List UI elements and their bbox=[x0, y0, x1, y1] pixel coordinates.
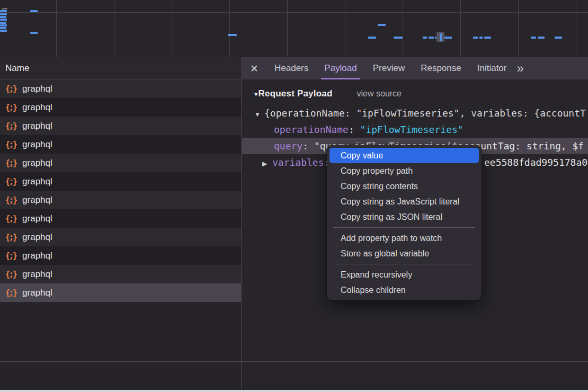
view-source-link[interactable]: view source bbox=[357, 89, 402, 99]
overview-gridline bbox=[518, 0, 519, 57]
json-request-icon: {;} bbox=[5, 195, 17, 205]
request-name-label: graphql bbox=[22, 251, 52, 261]
close-icon[interactable]: ✕ bbox=[242, 63, 266, 75]
request-row[interactable]: {;}graphql bbox=[0, 265, 241, 283]
property-value: "ipFlowTimeseries" bbox=[360, 124, 464, 135]
menu-item-copy-string-as-javascript-literal[interactable]: Copy string as JavaScript literal bbox=[329, 194, 479, 209]
menu-item-copy-string-contents[interactable]: Copy string contents bbox=[329, 179, 479, 194]
name-column-label: Name bbox=[5, 63, 29, 74]
overview-gridline bbox=[172, 0, 172, 57]
overview-gridline bbox=[287, 0, 288, 57]
menu-item-copy-property-path[interactable]: Copy property path bbox=[329, 163, 479, 179]
request-row[interactable]: {;}graphql bbox=[0, 283, 241, 302]
request-row[interactable]: {;}graphql bbox=[0, 228, 241, 246]
menu-item-copy-value[interactable]: Copy value bbox=[329, 148, 479, 163]
property-value: {operationName: "ipFlowTimeseries", vari… bbox=[264, 108, 586, 119]
overview-gridline bbox=[56, 0, 57, 57]
waterfall-bar bbox=[394, 37, 403, 39]
property-value: : bbox=[302, 140, 314, 152]
detail-tabs: HeadersPayloadPreviewResponseInitiator bbox=[266, 57, 514, 79]
waterfall-bar bbox=[484, 37, 491, 39]
section-disclosure-triangle-icon[interactable]: ▾ bbox=[254, 90, 258, 98]
disclosure-triangle-icon[interactable]: ▼ bbox=[254, 106, 264, 121]
menu-item-add-property-path-to-watch[interactable]: Add property path to watch bbox=[329, 230, 479, 246]
overview-gridline bbox=[403, 0, 403, 57]
waterfall-bar bbox=[538, 37, 545, 39]
request-name-label: graphql bbox=[22, 195, 52, 206]
request-name-label: graphql bbox=[22, 288, 52, 298]
property-key: query bbox=[274, 140, 302, 152]
payload-tree-row[interactable]: operationName: "ipFlowTimeseries" bbox=[242, 121, 588, 138]
request-row[interactable]: {;}graphql bbox=[0, 191, 241, 209]
request-name-label: graphql bbox=[22, 213, 52, 224]
request-name-label: graphql bbox=[22, 139, 52, 150]
json-request-icon: {;} bbox=[5, 140, 17, 149]
request-row[interactable]: {;}graphql bbox=[0, 154, 241, 172]
waterfall-bar bbox=[0, 24, 7, 26]
json-request-icon: {;} bbox=[5, 121, 17, 131]
request-name-label: graphql bbox=[22, 176, 52, 187]
request-name-label: graphql bbox=[22, 102, 52, 113]
request-name-label: graphql bbox=[22, 269, 52, 280]
waterfall-bar bbox=[378, 24, 386, 26]
summary-bar-divider bbox=[0, 361, 588, 362]
menu-separator bbox=[333, 227, 475, 228]
tab-response[interactable]: Response bbox=[413, 57, 469, 79]
tab-preview[interactable]: Preview bbox=[365, 57, 413, 79]
json-request-icon: {;} bbox=[5, 214, 17, 224]
request-row[interactable]: {;}graphql bbox=[0, 209, 241, 228]
menu-separator bbox=[333, 264, 475, 264]
tab-initiator[interactable]: Initiator bbox=[469, 57, 515, 79]
overview-gridline bbox=[345, 0, 345, 57]
property-key: operationName bbox=[274, 124, 349, 135]
request-row[interactable]: {;}graphql bbox=[0, 172, 241, 191]
json-request-icon: {;} bbox=[5, 158, 17, 168]
context-menu: Copy valueCopy property pathCopy string … bbox=[327, 145, 482, 300]
devtools-network-panel: Name {;}graphql{;}graphql{;}graphql{;}gr… bbox=[0, 0, 588, 392]
waterfall-bar bbox=[555, 37, 562, 39]
payload-tree-row[interactable]: ▼{operationName: "ipFlowTimeseries", var… bbox=[242, 105, 588, 121]
section-title: Request Payload bbox=[259, 88, 333, 99]
property-key: variables bbox=[272, 157, 324, 168]
json-request-icon: {;} bbox=[5, 103, 17, 112]
menu-item-collapse-children[interactable]: Collapse children bbox=[329, 282, 479, 298]
request-row[interactable]: {;}graphql bbox=[0, 246, 241, 265]
waterfall-bar bbox=[479, 37, 483, 39]
more-tabs-icon[interactable]: » bbox=[516, 62, 523, 75]
overview-gridline bbox=[114, 0, 114, 57]
waterfall-bar bbox=[0, 27, 6, 29]
menu-item-copy-string-as-json-literal[interactable]: Copy string as JSON literal bbox=[329, 209, 479, 225]
waterfall-bar bbox=[30, 10, 38, 12]
request-name-label: graphql bbox=[22, 121, 52, 131]
network-overview-timeline[interactable] bbox=[0, 0, 588, 57]
request-row[interactable]: {;}graphql bbox=[0, 117, 241, 135]
tab-payload[interactable]: Payload bbox=[316, 57, 364, 79]
request-row[interactable]: {;}graphql bbox=[0, 135, 241, 154]
json-request-icon: {;} bbox=[5, 288, 17, 298]
waterfall-bar bbox=[228, 34, 237, 36]
menu-item-expand-recursively[interactable]: Expand recursively bbox=[329, 267, 479, 282]
json-request-icon: {;} bbox=[5, 233, 17, 242]
waterfall-bar bbox=[0, 10, 7, 12]
tab-headers[interactable]: Headers bbox=[266, 57, 316, 79]
waterfall-bar bbox=[435, 37, 436, 39]
request-name-label: graphql bbox=[22, 232, 52, 243]
request-name-label: graphql bbox=[22, 84, 52, 94]
menu-item-store-as-global-variable[interactable]: Store as global variable bbox=[329, 246, 479, 261]
json-request-icon: {;} bbox=[5, 177, 17, 186]
request-row[interactable]: {;}graphql bbox=[0, 98, 241, 117]
disclosure-triangle-icon[interactable]: ▶ bbox=[262, 156, 272, 171]
name-column-header[interactable]: Name bbox=[0, 57, 241, 79]
overview-gridline bbox=[460, 0, 461, 57]
waterfall-bar bbox=[368, 37, 376, 39]
property-value: : bbox=[349, 124, 360, 135]
json-request-icon: {;} bbox=[5, 251, 17, 261]
property-value-fragment: ee5588fdad995178a0 bbox=[484, 154, 587, 171]
request-payload-section-header: ▾ Request Payload view source bbox=[242, 86, 588, 102]
waterfall-bar bbox=[2, 8, 7, 10]
request-row[interactable]: {;}graphql bbox=[0, 79, 241, 98]
waterfall-bar bbox=[440, 33, 442, 41]
json-request-icon: {;} bbox=[5, 84, 17, 94]
waterfall-bar bbox=[0, 16, 6, 18]
detail-tabbar: ✕ HeadersPayloadPreviewResponseInitiator… bbox=[242, 57, 588, 79]
